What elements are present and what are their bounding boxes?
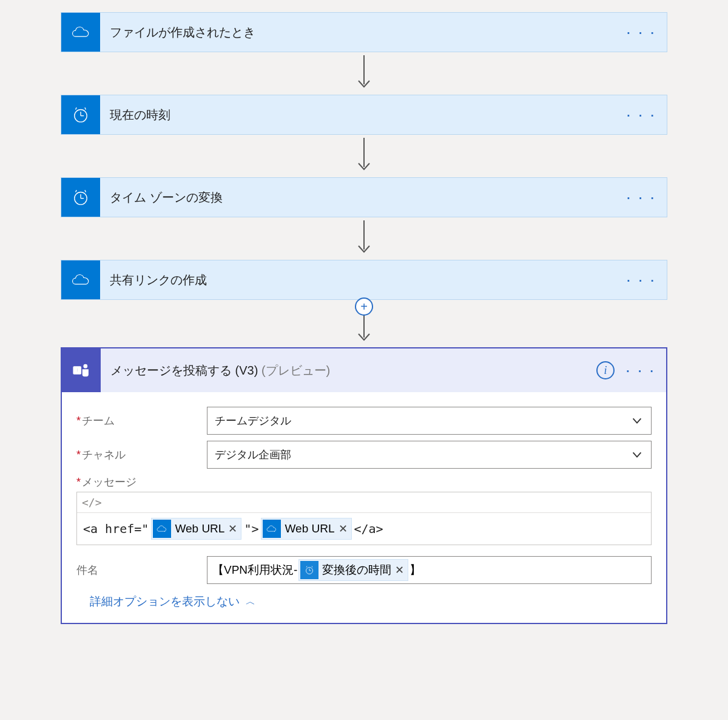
hide-advanced-options-toggle[interactable]: 詳細オプションを表示しない ︿ [90,594,652,610]
flow-step-file-created[interactable]: ファイルが作成されたとき · · · [61,12,667,52]
message-text: </a> [354,521,383,536]
onedrive-icon [153,520,171,538]
dynamic-token-converted-time[interactable]: 変換後の時間 ✕ [298,559,408,581]
step-title: メッセージを投稿する (V3) (プレビュー) [110,362,330,379]
flow-step-post-message: T メッセージを投稿する (V3) (プレビュー) i · · · *チーム チ… [61,347,667,624]
schedule-icon [61,178,100,217]
more-menu[interactable]: · · · [626,106,656,123]
channel-selected-value: デジタル企画部 [215,447,291,462]
flow-arrow [352,135,376,177]
channel-select[interactable]: デジタル企画部 [207,441,652,469]
add-step-button[interactable]: + [355,297,373,316]
subject-label: 件名 [76,563,207,577]
remove-token-icon[interactable]: ✕ [339,522,348,535]
chevron-up-icon: ︿ [246,596,255,608]
chevron-down-icon [630,448,644,461]
message-input[interactable]: </> <a href=" Web URL ✕ "> Web URL ✕ [76,492,652,545]
flow-step-current-time[interactable]: 現在の時刻 · · · [61,95,667,135]
chevron-down-icon [630,414,644,427]
teams-icon: T [62,348,101,392]
flow-arrow-with-add: + [352,300,376,347]
onedrive-icon [263,520,281,538]
step-title: ファイルが作成されたとき [110,24,255,41]
message-text: "> [244,521,258,536]
remove-token-icon[interactable]: ✕ [228,522,237,535]
dynamic-token-web-url[interactable]: Web URL ✕ [151,518,241,540]
onedrive-icon [61,260,100,299]
message-label: *メッセージ [76,475,652,489]
more-menu[interactable]: · · · [626,189,656,206]
team-selected-value: チームデジタル [215,413,291,428]
schedule-icon [300,561,318,579]
channel-label: *チャネル [76,447,207,462]
more-menu[interactable]: · · · [625,362,655,379]
code-view-icon[interactable]: </> [82,496,102,509]
team-label: *チーム [76,413,207,428]
flow-arrow [352,217,376,260]
subject-text: 】 [410,562,421,578]
dynamic-token-web-url[interactable]: Web URL ✕ [261,518,351,540]
flow-step-create-share-link[interactable]: 共有リンクの作成 · · · [61,260,667,300]
info-icon[interactable]: i [596,361,615,379]
message-toolbar: </> [77,492,651,513]
remove-token-icon[interactable]: ✕ [395,563,404,577]
onedrive-icon [61,13,100,52]
step-title: 現在の時刻 [110,107,170,123]
schedule-icon [61,95,100,134]
more-menu[interactable]: · · · [626,271,656,288]
flow-arrow [352,52,376,95]
message-text: <a href=" [83,521,149,536]
subject-text: 【VPN利用状況- [212,562,297,578]
svg-point-12 [83,364,87,368]
step-title: 共有リンクの作成 [110,272,207,288]
flow-step-convert-timezone[interactable]: タイム ゾーンの変換 · · · [61,177,667,217]
subject-input[interactable]: 【VPN利用状況- 変換後の時間 ✕ 】 [207,556,652,584]
svg-text:T: T [75,367,79,373]
team-select[interactable]: チームデジタル [207,407,652,435]
step-title: タイム ゾーンの変換 [110,189,223,206]
more-menu[interactable]: · · · [626,24,656,41]
step-header[interactable]: T メッセージを投稿する (V3) (プレビュー) i · · · [62,348,666,392]
